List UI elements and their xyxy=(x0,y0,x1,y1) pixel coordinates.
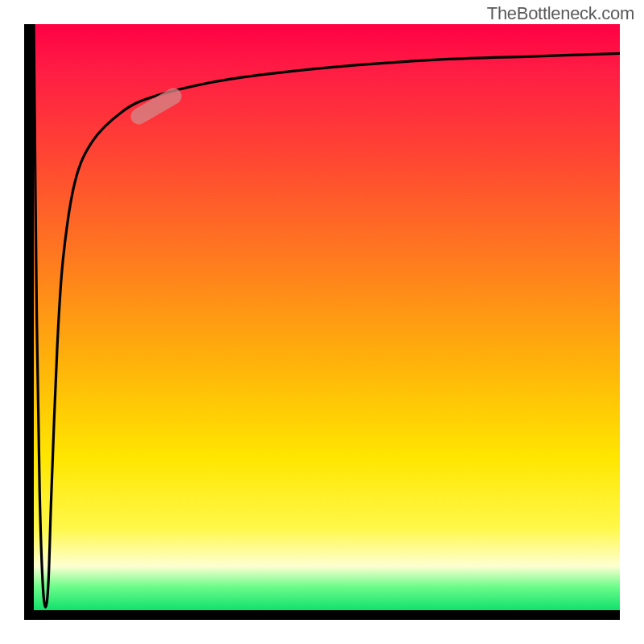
plot-area xyxy=(34,24,620,610)
x-axis xyxy=(24,610,620,620)
watermark-text: TheBottleneck.com xyxy=(487,3,634,24)
curve-svg xyxy=(34,24,620,610)
bottleneck-curve xyxy=(34,24,620,607)
y-axis xyxy=(24,24,34,620)
